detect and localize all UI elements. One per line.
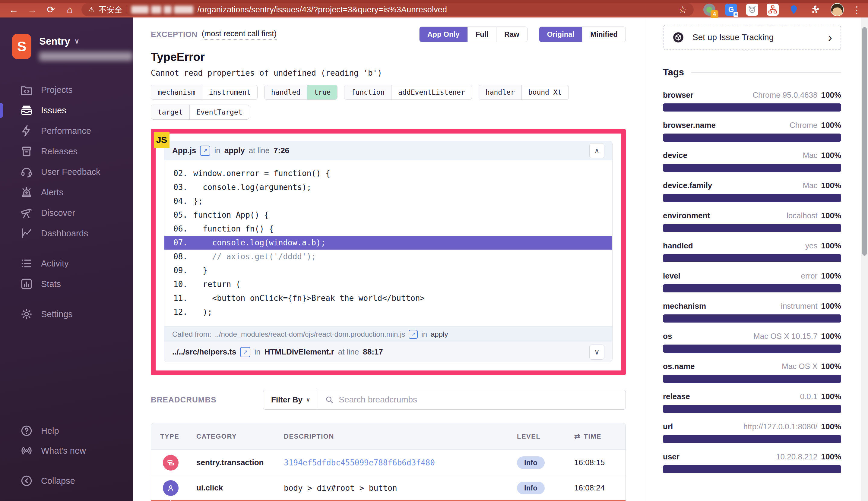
org-name: Sentry <box>39 35 70 47</box>
tag-distribution-bar[interactable] <box>663 284 841 292</box>
balloon-extension-icon[interactable] <box>787 3 801 16</box>
transaction-id-link[interactable]: 3194ef5dfdbc455099e788f6b6d3f480 <box>284 458 435 467</box>
tag-row-level[interactable]: levelerror100% <box>663 271 841 292</box>
pill-mechanism[interactable]: mechanisminstrument <box>151 85 257 100</box>
pill-handled[interactable]: handledtrue <box>264 85 338 100</box>
pill-key: handler <box>479 85 522 99</box>
sidebar-item-label: Performance <box>41 126 91 136</box>
tag-distribution-bar[interactable] <box>663 254 841 262</box>
tag-distribution-bar[interactable] <box>663 435 841 443</box>
external-link-icon[interactable]: ↗ <box>200 146 210 156</box>
filter-by-dropdown[interactable]: Filter By ∨ <box>263 390 318 410</box>
extensions-puzzle-icon[interactable] <box>809 3 822 16</box>
sidebar-item-activity[interactable]: Activity <box>0 253 133 274</box>
tag-row-handled[interactable]: handledyes100% <box>663 241 841 262</box>
tag-row-os-name[interactable]: os.nameMac OS X100% <box>663 362 841 383</box>
tag-row-browser-name[interactable]: browser.nameChrome100% <box>663 120 841 142</box>
column-header-time[interactable]: ⇄ TIME <box>568 432 625 441</box>
breadcrumbs-table-header: TYPE CATEGORY DESCRIPTION LEVEL ⇄ TIME <box>151 423 625 450</box>
tag-distribution-bar[interactable] <box>663 224 841 232</box>
search-icon <box>325 395 334 404</box>
browser-forward-icon[interactable]: → <box>23 4 42 15</box>
tag-row-environment[interactable]: environmentlocalhost100% <box>663 211 841 232</box>
sidebar-item-alerts[interactable]: Alerts <box>0 182 133 203</box>
sidebar-item-settings[interactable]: Settings <box>0 304 133 324</box>
sidebar-item-label: Issues <box>41 106 66 116</box>
browser-back-icon[interactable]: ← <box>4 4 23 15</box>
browser-menu-icon[interactable]: ⋮ <box>852 4 861 15</box>
frame-header[interactable]: App.js ↗ in apply at line 7:26 ∧ <box>165 141 612 160</box>
page-scrollbar[interactable] <box>861 18 868 501</box>
tag-distribution-bar[interactable] <box>663 344 841 353</box>
tag-distribution-bar[interactable] <box>663 164 841 172</box>
sidebar-item-discover[interactable]: Discover <box>0 203 133 223</box>
sidebar-item-user-feedback[interactable]: User Feedback <box>0 162 133 182</box>
full-button[interactable]: Full <box>467 27 496 42</box>
column-header-description: DESCRIPTION <box>278 433 511 440</box>
tag-row-mechanism[interactable]: mechanisminstrument100% <box>663 301 841 322</box>
scrollbar-thumb[interactable] <box>862 27 867 256</box>
tag-row-release[interactable]: release0.0.1100% <box>663 392 841 413</box>
redacted-host <box>131 6 193 13</box>
external-link-icon[interactable]: ↗ <box>409 330 418 339</box>
sidebar-item-whats-new[interactable]: What's new <box>0 441 133 461</box>
headset-icon <box>20 165 33 179</box>
filter-by-label: Filter By <box>271 395 303 405</box>
tag-row-url[interactable]: urlhttp://127.0.0.1:8080/100% <box>663 422 841 443</box>
security-warning-icon[interactable]: ⚠ <box>88 6 95 14</box>
frame-collapse-button[interactable]: ∧ <box>589 143 604 158</box>
tag-distribution-bar[interactable] <box>663 103 841 111</box>
tag-row-browser[interactable]: browserChrome 95.0.4638100% <box>663 90 841 111</box>
dog-extension-icon[interactable] <box>746 4 758 16</box>
tag-row-device-family[interactable]: device.familyMac100% <box>663 181 841 202</box>
recorder-extension-icon[interactable]: 4 <box>703 3 716 16</box>
tag-row-device[interactable]: deviceMac100% <box>663 151 841 172</box>
sidebar-item-performance[interactable]: Performance <box>0 120 133 141</box>
search-input[interactable] <box>339 395 619 405</box>
setup-issue-tracking-button[interactable]: Set up Issue Tracking › <box>663 25 841 50</box>
tag-row-os[interactable]: osMac OS X 10.15.7100% <box>663 332 841 353</box>
minified-button[interactable]: Minified <box>582 27 625 42</box>
app-only-button[interactable]: App Only <box>420 27 467 42</box>
sidebar-item-releases[interactable]: Releases <box>0 141 133 162</box>
called-from-path: ../node_modules/react-dom/cjs/react-dom.… <box>215 330 405 339</box>
tag-distribution-bar[interactable] <box>663 194 841 202</box>
sidebar-item-dashboards[interactable]: Dashboards <box>0 223 133 244</box>
original-button[interactable]: Original <box>539 27 582 42</box>
raw-button[interactable]: Raw <box>496 27 527 42</box>
sidebar-item-stats[interactable]: Stats <box>0 274 133 294</box>
browser-reload-icon[interactable]: ⟳ <box>42 4 60 15</box>
breadcrumbs-search[interactable] <box>318 390 626 410</box>
translate-extension-icon[interactable]: GA <box>724 3 738 16</box>
tag-distribution-bar[interactable] <box>663 465 841 473</box>
breadcrumb-category: ui.click <box>190 483 278 492</box>
pill-target[interactable]: targetEventTarget <box>151 105 249 120</box>
tag-row-user[interactable]: user10.20.8.212100% <box>663 452 841 473</box>
sidebar-item-collapse[interactable]: Collapse <box>0 471 133 491</box>
sidebar-item-issues[interactable]: Issues <box>0 100 133 120</box>
breadcrumb-row-ui-click[interactable]: ui.click body > div#root > button Info 1… <box>151 475 625 500</box>
breadcrumb-row-transaction[interactable]: sentry.transaction 3194ef5dfdbc455099e78… <box>151 450 625 475</box>
main-content: EXCEPTION (most recent call first) App O… <box>133 18 646 501</box>
browser-home-icon[interactable]: ⌂ <box>60 4 79 15</box>
profile-avatar[interactable] <box>830 3 844 16</box>
child-frame-expand-button[interactable]: ∨ <box>589 344 604 360</box>
sidebar-item-help[interactable]: Help <box>0 421 133 441</box>
address-bar[interactable]: ⚠ 不安全 /organizations/sentry/issues/43/?p… <box>82 3 694 16</box>
tag-distribution-bar[interactable] <box>663 405 841 413</box>
tag-distribution-bar[interactable] <box>663 375 841 383</box>
help-icon <box>20 424 33 437</box>
external-link-icon[interactable]: ↗ <box>240 347 250 357</box>
pill-function[interactable]: functionaddEventListener <box>344 85 472 100</box>
sidebar-item-projects[interactable]: Projects <box>0 79 133 100</box>
tag-distribution-bar[interactable] <box>663 315 841 322</box>
pill-key: handled <box>265 85 307 99</box>
breadcrumb-time: 16:08:24 <box>568 483 625 492</box>
tag-distribution-bar[interactable] <box>663 134 841 142</box>
child-frame-row[interactable]: ../../src/helpers.ts ↗ in HTMLDivElement… <box>165 342 612 362</box>
pill-handler[interactable]: handlerbound Xt <box>479 85 569 100</box>
sitemap-extension-icon[interactable] <box>767 4 779 16</box>
org-switcher[interactable]: S Sentry ∨ <box>0 18 133 61</box>
bookmark-star-icon[interactable]: ☆ <box>678 4 687 15</box>
pill-value: EventTarget <box>190 105 249 119</box>
